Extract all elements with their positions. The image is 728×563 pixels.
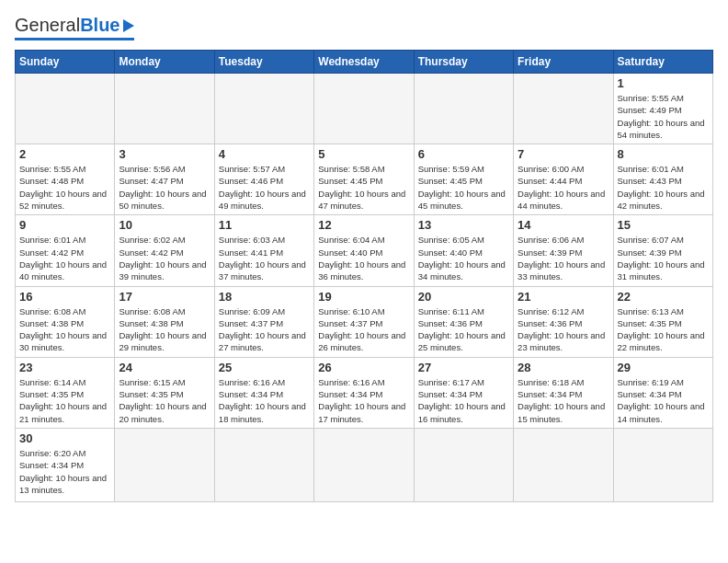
calendar-cell-6 <box>514 74 613 144</box>
day-info: Sunrise: 6:18 AM Sunset: 4:34 PM Dayligh… <box>518 376 609 425</box>
weekday-header-thursday: Thursday <box>414 51 513 74</box>
day-number: 19 <box>318 290 409 304</box>
calendar-cell-22: 16Sunrise: 6:08 AM Sunset: 4:38 PM Dayli… <box>16 286 115 357</box>
day-info: Sunrise: 6:01 AM Sunset: 4:43 PM Dayligh… <box>618 163 709 212</box>
day-info: Sunrise: 6:00 AM Sunset: 4:44 PM Dayligh… <box>518 163 609 212</box>
weekday-header-tuesday: Tuesday <box>214 51 313 74</box>
calendar-cell-4 <box>314 74 414 144</box>
calendar-cell-13: 7Sunrise: 6:00 AM Sunset: 4:44 PM Daylig… <box>514 144 613 215</box>
day-info: Sunrise: 6:03 AM Sunset: 4:41 PM Dayligh… <box>219 234 310 282</box>
day-info: Sunrise: 6:09 AM Sunset: 4:37 PM Dayligh… <box>219 305 310 354</box>
calendar-cell-15: 9Sunrise: 6:01 AM Sunset: 4:42 PM Daylig… <box>16 215 115 286</box>
day-number: 15 <box>618 218 709 232</box>
day-info: Sunrise: 6:11 AM Sunset: 4:36 PM Dayligh… <box>418 305 509 354</box>
day-info: Sunrise: 6:15 AM Sunset: 4:35 PM Dayligh… <box>119 376 210 425</box>
day-number: 13 <box>418 218 509 232</box>
calendar-cell-23: 17Sunrise: 6:08 AM Sunset: 4:38 PM Dayli… <box>115 286 214 357</box>
calendar-cell-14: 8Sunrise: 6:01 AM Sunset: 4:43 PM Daylig… <box>613 144 712 215</box>
calendar-cell-7: 1Sunrise: 5:55 AM Sunset: 4:49 PM Daylig… <box>613 74 712 144</box>
logo-underline <box>15 38 134 40</box>
calendar-cell-20: 14Sunrise: 6:06 AM Sunset: 4:39 PM Dayli… <box>514 215 613 286</box>
calendar-cell-35: 29Sunrise: 6:19 AM Sunset: 4:34 PM Dayli… <box>613 357 712 428</box>
calendar-cell-1 <box>16 74 115 144</box>
day-info: Sunrise: 6:17 AM Sunset: 4:34 PM Dayligh… <box>418 376 509 425</box>
calendar-cell-16: 10Sunrise: 6:02 AM Sunset: 4:42 PM Dayli… <box>115 215 214 286</box>
day-number: 26 <box>318 361 409 374</box>
day-info: Sunrise: 6:01 AM Sunset: 4:42 PM Dayligh… <box>19 234 110 282</box>
logo-general-text: General <box>15 15 80 36</box>
day-number: 17 <box>119 290 210 304</box>
day-info: Sunrise: 5:59 AM Sunset: 4:45 PM Dayligh… <box>418 163 509 212</box>
day-info: Sunrise: 5:55 AM Sunset: 4:49 PM Dayligh… <box>618 92 709 141</box>
day-info: Sunrise: 6:19 AM Sunset: 4:34 PM Dayligh… <box>618 376 709 425</box>
calendar-cell-25: 19Sunrise: 6:10 AM Sunset: 4:37 PM Dayli… <box>314 286 414 357</box>
day-number: 18 <box>219 290 310 304</box>
calendar-cell-27: 21Sunrise: 6:12 AM Sunset: 4:36 PM Dayli… <box>514 286 613 357</box>
calendar-cell-8: 2Sunrise: 5:55 AM Sunset: 4:48 PM Daylig… <box>16 144 115 215</box>
day-info: Sunrise: 5:58 AM Sunset: 4:45 PM Dayligh… <box>318 163 409 212</box>
day-number: 29 <box>618 361 709 374</box>
day-info: Sunrise: 6:16 AM Sunset: 4:34 PM Dayligh… <box>318 376 409 425</box>
day-number: 27 <box>418 361 509 374</box>
calendar-cell-36: 30Sunrise: 6:20 AM Sunset: 4:34 PM Dayli… <box>16 428 115 501</box>
day-number: 2 <box>19 147 110 161</box>
day-number: 7 <box>518 147 609 161</box>
day-info: Sunrise: 6:08 AM Sunset: 4:38 PM Dayligh… <box>19 305 110 354</box>
calendar-table: SundayMondayTuesdayWednesdayThursdayFrid… <box>15 50 713 502</box>
calendar-cell-3 <box>214 74 313 144</box>
day-number: 28 <box>518 361 609 374</box>
day-number: 10 <box>119 218 210 232</box>
day-number: 16 <box>19 290 110 304</box>
calendar-cell-2 <box>115 74 214 144</box>
calendar-cell-19: 13Sunrise: 6:05 AM Sunset: 4:40 PM Dayli… <box>414 215 513 286</box>
day-info: Sunrise: 6:05 AM Sunset: 4:40 PM Dayligh… <box>418 234 509 282</box>
calendar-cell-5 <box>414 74 513 144</box>
day-info: Sunrise: 6:04 AM Sunset: 4:40 PM Dayligh… <box>318 234 409 282</box>
calendar-cell-33: 27Sunrise: 6:17 AM Sunset: 4:34 PM Dayli… <box>414 357 513 428</box>
logo-triangle-icon <box>123 19 134 32</box>
page-header: General Blue <box>15 15 713 40</box>
day-number: 1 <box>618 76 709 90</box>
weekday-header-monday: Monday <box>115 51 214 74</box>
day-number: 23 <box>19 361 110 374</box>
calendar-cell-17: 11Sunrise: 6:03 AM Sunset: 4:41 PM Dayli… <box>214 215 313 286</box>
day-info: Sunrise: 6:10 AM Sunset: 4:37 PM Dayligh… <box>318 305 409 354</box>
calendar-cell-38 <box>214 428 313 501</box>
logo-blue-text: Blue <box>80 15 119 36</box>
calendar-cell-42 <box>613 428 712 501</box>
day-number: 24 <box>119 361 210 374</box>
day-info: Sunrise: 6:02 AM Sunset: 4:42 PM Dayligh… <box>119 234 210 282</box>
day-info: Sunrise: 6:07 AM Sunset: 4:39 PM Dayligh… <box>618 234 709 282</box>
calendar-cell-26: 20Sunrise: 6:11 AM Sunset: 4:36 PM Dayli… <box>414 286 513 357</box>
day-info: Sunrise: 6:06 AM Sunset: 4:39 PM Dayligh… <box>518 234 609 282</box>
logo: General Blue <box>15 15 134 40</box>
calendar-cell-11: 5Sunrise: 5:58 AM Sunset: 4:45 PM Daylig… <box>314 144 414 215</box>
calendar-cell-34: 28Sunrise: 6:18 AM Sunset: 4:34 PM Dayli… <box>514 357 613 428</box>
calendar-cell-21: 15Sunrise: 6:07 AM Sunset: 4:39 PM Dayli… <box>613 215 712 286</box>
calendar-cell-39 <box>314 428 414 501</box>
calendar-cell-40 <box>414 428 513 501</box>
day-number: 8 <box>618 147 709 161</box>
day-number: 6 <box>418 147 509 161</box>
day-number: 11 <box>219 218 310 232</box>
day-number: 12 <box>318 218 409 232</box>
weekday-header-sunday: Sunday <box>16 51 115 74</box>
day-number: 22 <box>618 290 709 304</box>
calendar-cell-9: 3Sunrise: 5:56 AM Sunset: 4:47 PM Daylig… <box>115 144 214 215</box>
calendar-cell-30: 24Sunrise: 6:15 AM Sunset: 4:35 PM Dayli… <box>115 357 214 428</box>
calendar-cell-32: 26Sunrise: 6:16 AM Sunset: 4:34 PM Dayli… <box>314 357 414 428</box>
day-number: 3 <box>119 147 210 161</box>
weekday-header-wednesday: Wednesday <box>314 51 414 74</box>
day-number: 30 <box>19 431 110 445</box>
day-number: 21 <box>518 290 609 304</box>
calendar-cell-37 <box>115 428 214 501</box>
day-info: Sunrise: 6:08 AM Sunset: 4:38 PM Dayligh… <box>119 305 210 354</box>
weekday-header-friday: Friday <box>514 51 613 74</box>
day-number: 14 <box>518 218 609 232</box>
day-number: 25 <box>219 361 310 374</box>
calendar-cell-18: 12Sunrise: 6:04 AM Sunset: 4:40 PM Dayli… <box>314 215 414 286</box>
day-info: Sunrise: 6:16 AM Sunset: 4:34 PM Dayligh… <box>219 376 310 425</box>
day-info: Sunrise: 6:13 AM Sunset: 4:35 PM Dayligh… <box>618 305 709 354</box>
day-number: 4 <box>219 147 310 161</box>
day-info: Sunrise: 6:12 AM Sunset: 4:36 PM Dayligh… <box>518 305 609 354</box>
